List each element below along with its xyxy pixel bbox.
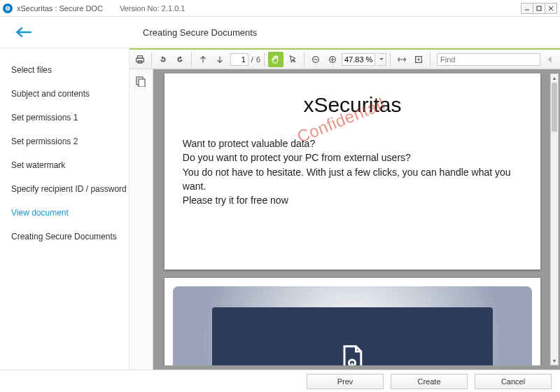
page-total: 6 — [256, 55, 260, 64]
hand-tool-button[interactable] — [268, 52, 284, 67]
sidebar-item-creating[interactable]: Creating Secure Documents — [11, 225, 129, 248]
back-button[interactable] — [10, 22, 38, 43]
document-canvas[interactable]: xSecuritas Confidentail Want to protect … — [153, 69, 560, 370]
header: Creating Secure Documents — [0, 17, 560, 48]
fit-width-button[interactable] — [394, 52, 410, 67]
page-title: Creating Secure Documents — [143, 27, 257, 38]
scroll-up-icon[interactable]: ▲ — [551, 74, 558, 82]
title-bar: D xSecuritas : Secure DOC Version No: 2.… — [0, 0, 560, 17]
sidebar-item-watermark[interactable]: Set watermark — [11, 153, 129, 177]
pdf-toolbar: / 6 — [130, 50, 560, 69]
find-prev-button[interactable] — [542, 52, 557, 67]
rotate-ccw-button[interactable] — [155, 52, 171, 67]
doc-line: You do not have to hesitate. With just a… — [183, 165, 522, 194]
zoom-input[interactable] — [342, 53, 375, 66]
document-page-2 — [164, 278, 540, 365]
maximize-button[interactable] — [533, 3, 545, 14]
doc-line: Want to protect valuable data? — [183, 136, 522, 150]
sidebar-item-view[interactable]: View document — [11, 201, 129, 225]
svg-rect-3 — [537, 6, 541, 10]
zoom-in-button[interactable] — [325, 52, 340, 67]
document-page-1: xSecuritas Confidentail Want to protect … — [164, 74, 540, 270]
scroll-thumb[interactable] — [552, 83, 557, 132]
page-up-button[interactable] — [195, 52, 211, 67]
svg-rect-16 — [139, 79, 145, 87]
preview-pane: / 6 — [129, 48, 560, 370]
cancel-button[interactable]: Cancel — [475, 374, 552, 389]
document-lock-icon — [337, 344, 368, 365]
sidebar-item-perm2[interactable]: Set permissions 2 — [11, 130, 129, 153]
rotate-cw-button[interactable] — [172, 52, 188, 67]
sidebar-item-recipient[interactable]: Specify recipient ID / password — [11, 177, 129, 201]
page-number-input[interactable] — [230, 53, 248, 66]
window-title: xSecuritas : Secure DOC — [17, 4, 103, 13]
doc-line: Please try it for free now — [183, 193, 522, 207]
footer: Prev Create Cancel — [0, 370, 560, 392]
prev-button[interactable]: Prev — [307, 374, 384, 389]
scroll-down-icon[interactable]: ▼ — [551, 357, 558, 365]
thumbnail-rail — [130, 69, 153, 370]
select-tool-button[interactable] — [285, 52, 300, 67]
minimize-button[interactable] — [521, 3, 533, 14]
sidebar-item-perm1[interactable]: Set permissions 1 — [11, 106, 129, 130]
sidebar-item-subject[interactable]: Subject and contents — [11, 82, 129, 106]
zoom-dropdown[interactable] — [377, 53, 386, 66]
version-label: Version No: 2.1.0.1 — [120, 4, 186, 13]
app-icon: D — [3, 4, 13, 13]
svg-rect-7 — [136, 58, 144, 62]
print-button[interactable] — [132, 52, 148, 67]
vertical-scrollbar[interactable]: ▲ ▼ — [550, 74, 559, 365]
create-button[interactable]: Create — [391, 374, 468, 389]
sidebar-item-select-files[interactable]: Select files — [11, 58, 129, 82]
doc-title: xSecuritas — [183, 93, 522, 117]
fit-page-button[interactable] — [411, 52, 426, 67]
find-input[interactable] — [437, 53, 540, 66]
svg-text:D: D — [6, 6, 9, 10]
doc-body: Confidentail Want to protect valuable da… — [183, 136, 522, 207]
doc-line: Do you want to protect your PC from exte… — [183, 150, 522, 164]
page-sep: / — [251, 55, 253, 64]
page-down-button[interactable] — [212, 52, 227, 67]
close-button[interactable] — [545, 3, 557, 14]
zoom-out-button[interactable] — [308, 52, 323, 67]
thumbnails-button[interactable] — [133, 74, 148, 89]
sidebar: Select files Subject and contents Set pe… — [0, 48, 129, 370]
